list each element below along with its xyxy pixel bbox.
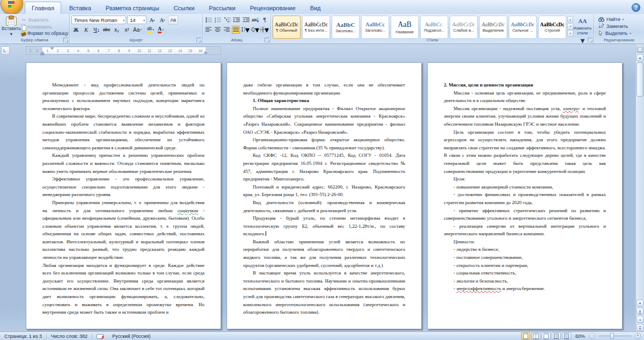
replace-button[interactable]: ab Заменить bbox=[598, 23, 642, 29]
bold-button[interactable]: Ж bbox=[71, 26, 80, 34]
grow-font-button[interactable]: А▴ bbox=[148, 16, 157, 24]
paragraph[interactable]: В современном мире, беспрецедентно сложн… bbox=[42, 112, 204, 151]
paragraph[interactable]: - реализация синергии от вертикальной ин… bbox=[444, 222, 606, 238]
paragraph[interactable]: - повышение акционерной стоимости компан… bbox=[444, 183, 606, 191]
numbering-button[interactable] bbox=[214, 16, 222, 24]
ribbon-tab[interactable]: Рецензирование bbox=[244, 2, 302, 14]
style-item[interactable]: AaBbCcDc Сильное ... bbox=[509, 16, 537, 39]
dialog-launcher-icon[interactable] bbox=[265, 38, 269, 42]
paragraph[interactable]: В настоящее время уголь используется в к… bbox=[243, 269, 405, 316]
dialog-launcher-icon[interactable] bbox=[588, 38, 592, 42]
paragraph[interactable]: Цели: bbox=[444, 175, 606, 183]
zoom-slider[interactable] bbox=[598, 333, 632, 339]
paragraph[interactable]: Принципы управления универсальны, т. е. … bbox=[42, 199, 204, 262]
help-icon[interactable]: ? bbox=[632, 3, 640, 12]
font-name-combo[interactable]: Times New Roman ▾ bbox=[71, 16, 126, 24]
multilevel-list-button[interactable] bbox=[223, 16, 231, 24]
dialog-launcher-icon[interactable] bbox=[196, 38, 201, 42]
paragraph[interactable]: Важной областью применения углей являетс… bbox=[243, 238, 405, 269]
next-page-button[interactable]: ▾▾ bbox=[636, 324, 643, 331]
style-item[interactable]: AaBbCcDc ¶ Без инте... bbox=[302, 16, 330, 39]
paragraph[interactable]: 2. Миссия, цели и ценности организации bbox=[444, 81, 606, 89]
right-indent-marker[interactable] bbox=[203, 51, 208, 54]
paragraph[interactable]: - лидерство в бизнесе, bbox=[444, 245, 606, 254]
italic-button[interactable]: К bbox=[82, 26, 91, 34]
paragraph[interactable]: Продукция - бурый уголь, по степени мета… bbox=[243, 214, 405, 238]
paragraph[interactable]: Организационно-правовая форма: открытое … bbox=[243, 136, 405, 151]
style-item[interactable]: AaBbCc Заголово... bbox=[361, 16, 389, 39]
paragraph[interactable]: - экология и безопасность, bbox=[444, 277, 606, 285]
style-item[interactable]: AaBbCcDc Строгий bbox=[538, 16, 566, 39]
paragraph[interactable]: - социальная ответственность, bbox=[444, 269, 606, 277]
proofing-status[interactable] bbox=[92, 332, 108, 340]
paragraph[interactable]: Миссия - основная цель организации, ее п… bbox=[444, 89, 606, 105]
paragraph[interactable]: - энергоэффективность и энергосбережение… bbox=[444, 285, 606, 293]
highlight-button[interactable]: ab ▾ bbox=[146, 26, 155, 34]
view-outline-button[interactable] bbox=[552, 332, 561, 339]
change-styles-button[interactable]: AA Изменить стили ▾ bbox=[573, 15, 592, 37]
ribbon-tab[interactable]: Рассылки bbox=[202, 2, 241, 14]
paragraph[interactable]: - достижение финансовых и производственн… bbox=[444, 191, 606, 206]
strikethrough-button[interactable]: abc bbox=[102, 26, 111, 34]
first-line-indent-marker[interactable] bbox=[50, 47, 54, 50]
office-button[interactable] bbox=[1, 0, 23, 15]
paragraph[interactable]: Менеджмент - вид профессиональной деятел… bbox=[42, 81, 204, 112]
paragraph[interactable]: 1. Общая характеристика bbox=[243, 97, 405, 105]
copy-button[interactable]: Копировать bbox=[21, 24, 68, 30]
paragraph[interactable]: даже гибели организации в том случае, ес… bbox=[243, 81, 405, 97]
style-item[interactable]: АаВ Название bbox=[391, 16, 419, 39]
dialog-launcher-icon[interactable] bbox=[63, 38, 68, 42]
vertical-scrollbar[interactable]: ▲ ▼ ▴▴ ● ▾▾ bbox=[635, 44, 644, 332]
clear-formatting-button[interactable]: Aa bbox=[168, 16, 178, 25]
ribbon-tab[interactable]: Разметка страницы bbox=[99, 2, 166, 14]
zoom-slider-thumb[interactable] bbox=[610, 333, 614, 339]
paragraph[interactable]: Ценности: bbox=[444, 238, 606, 246]
select-browse-object-button[interactable]: ● bbox=[636, 316, 643, 323]
page-3[interactable]: 2. Миссия, цели и ценности организацииМи… bbox=[427, 62, 623, 329]
format-painter-button[interactable]: Формат по образцу bbox=[21, 30, 68, 37]
paragraph[interactable]: Цель организации состоит в том, чтобы уб… bbox=[444, 128, 606, 176]
align-center-button[interactable] bbox=[214, 26, 222, 34]
paragraph[interactable]: Код СКФС -12, Код ОКПО -- 05771245, Код … bbox=[243, 151, 405, 183]
align-left-button[interactable] bbox=[204, 26, 213, 34]
ruler-toggle-button[interactable] bbox=[636, 45, 643, 53]
paragraph[interactable]: Полное наименование предприятия - Филиал… bbox=[243, 105, 405, 136]
decrease-indent-button[interactable] bbox=[232, 16, 240, 24]
underline-button[interactable]: Ч ▾ bbox=[92, 26, 101, 34]
gallery-down-icon[interactable]: ▾ bbox=[567, 23, 573, 30]
style-item[interactable]: AaBbCc. Подзагол... bbox=[420, 16, 448, 39]
paragraph[interactable]: - постоянное совершенствование, bbox=[444, 254, 606, 262]
paragraph[interactable]: Миссия организации - надежный поставщик … bbox=[444, 105, 606, 128]
paragraph[interactable]: Эффективное управление - это профессиона… bbox=[42, 175, 204, 199]
shading-button[interactable]: ▾ bbox=[251, 26, 259, 34]
gallery-up-icon[interactable]: ▴ bbox=[567, 16, 573, 23]
page-1[interactable]: Менеджмент - вид профессиональной деятел… bbox=[26, 62, 221, 329]
paragraph[interactable]: Любая организация находится и функционир… bbox=[42, 262, 204, 316]
sort-button[interactable]: АЯ bbox=[251, 16, 259, 24]
paragraph[interactable]: Вид деятельности (основной): производств… bbox=[243, 199, 405, 214]
previous-page-button[interactable]: ▴▴ bbox=[636, 308, 643, 315]
justify-button[interactable] bbox=[232, 26, 240, 34]
language-indicator[interactable]: Русский (Россия) bbox=[108, 332, 155, 340]
word-count[interactable]: Число слов: 382 bbox=[47, 332, 92, 340]
font-color-button[interactable]: А ▾ bbox=[156, 26, 165, 34]
show-marks-button[interactable]: ¶ bbox=[261, 16, 269, 24]
align-right-button[interactable] bbox=[223, 26, 231, 34]
view-web-layout-button[interactable] bbox=[541, 332, 551, 339]
ribbon-tab[interactable]: Вид bbox=[304, 2, 327, 14]
ribbon-tab[interactable]: Ссылки bbox=[167, 2, 201, 14]
zoom-in-button[interactable]: + bbox=[635, 333, 641, 339]
ribbon-tab[interactable]: Вставка bbox=[63, 2, 98, 14]
select-button[interactable]: Выделить ▾ bbox=[598, 31, 642, 37]
zoom-out-button[interactable]: − bbox=[589, 333, 595, 339]
left-indent-marker[interactable] bbox=[40, 54, 45, 55]
paragraph[interactable]: Каждый управленец причастен к решению уп… bbox=[42, 151, 204, 175]
zoom-level[interactable]: 60% bbox=[572, 334, 588, 339]
cut-button[interactable]: ✂ Вырезать bbox=[21, 17, 68, 23]
scroll-down-button[interactable]: ▼ bbox=[636, 300, 643, 307]
gallery-more-icon[interactable]: ▾ bbox=[567, 30, 573, 37]
change-case-button[interactable]: Aa ▾ bbox=[133, 26, 142, 34]
view-fullscreen-button[interactable] bbox=[531, 332, 540, 339]
tab-selector[interactable]: L bbox=[1, 46, 10, 55]
shrink-font-button[interactable]: А▾ bbox=[158, 16, 167, 24]
